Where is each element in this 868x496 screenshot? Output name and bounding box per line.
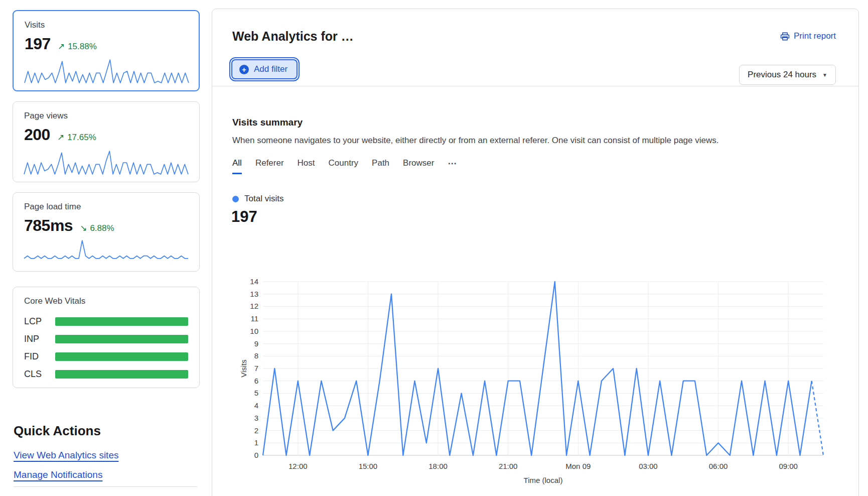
cwv-label-fid: FID bbox=[24, 351, 55, 362]
visits-card-label: Visits bbox=[25, 20, 188, 30]
svg-text:7: 7 bbox=[254, 364, 258, 373]
cwv-label-lcp: LCP bbox=[24, 316, 55, 327]
svg-text:3: 3 bbox=[254, 414, 258, 422]
plus-circle-icon: + bbox=[239, 65, 249, 74]
trend-up-icon: ↗ bbox=[57, 132, 64, 143]
svg-text:13: 13 bbox=[250, 290, 258, 298]
svg-text:4: 4 bbox=[254, 401, 258, 410]
svg-text:6: 6 bbox=[254, 377, 258, 385]
quick-actions-title: Quick Actions bbox=[14, 423, 101, 439]
legend-dot-icon bbox=[232, 196, 239, 202]
visits-sparkline bbox=[24, 57, 190, 84]
svg-text:11: 11 bbox=[250, 314, 258, 323]
trend-down-icon: ↘ bbox=[80, 223, 87, 233]
chevron-down-icon: ▼ bbox=[822, 72, 827, 78]
sidebar-divider bbox=[14, 486, 197, 487]
print-report-label: Print report bbox=[794, 31, 836, 41]
cwv-bar-lcp bbox=[55, 317, 188, 326]
chart-legend: Total visits bbox=[232, 194, 283, 204]
cwv-bar-fid bbox=[55, 352, 188, 361]
svg-text:1: 1 bbox=[254, 438, 258, 447]
trend-up-icon: ↗ bbox=[58, 41, 65, 52]
visits-delta: ↗ 15.88% bbox=[58, 41, 97, 52]
svg-text:12:00: 12:00 bbox=[288, 462, 308, 470]
cwv-label-cls: CLS bbox=[24, 369, 55, 380]
loadtime-sparkline bbox=[23, 238, 189, 265]
cwv-row-inp: INP bbox=[24, 334, 188, 344]
dimension-tabs: All Referer Host Country Path Browser ⋯ bbox=[232, 158, 457, 174]
pageviews-delta-value: 17.65% bbox=[67, 133, 96, 143]
tab-browser[interactable]: Browser bbox=[403, 158, 434, 174]
visits-delta-value: 15.88% bbox=[68, 42, 97, 52]
tab-referer[interactable]: Referer bbox=[255, 158, 284, 174]
loadtime-metric-card[interactable]: Page load time 785ms ↘ 6.88% bbox=[13, 192, 200, 272]
svg-text:5: 5 bbox=[254, 389, 258, 397]
tab-country[interactable]: Country bbox=[329, 158, 359, 174]
pageviews-value: 200 bbox=[24, 126, 50, 144]
svg-text:Mon 09: Mon 09 bbox=[565, 462, 591, 470]
legend-label: Total visits bbox=[244, 194, 283, 204]
pageviews-sparkline bbox=[23, 149, 189, 176]
svg-text:14: 14 bbox=[250, 278, 258, 286]
svg-text:8: 8 bbox=[254, 351, 258, 360]
print-report-button[interactable]: Print report bbox=[780, 31, 836, 41]
pageviews-delta: ↗ 17.65% bbox=[57, 132, 96, 143]
svg-text:06:00: 06:00 bbox=[709, 462, 728, 470]
svg-text:Visits: Visits bbox=[240, 359, 248, 378]
cwv-row-cls: CLS bbox=[24, 369, 188, 380]
cwv-label-inp: INP bbox=[24, 334, 55, 344]
svg-text:0: 0 bbox=[254, 451, 258, 459]
visits-value: 197 bbox=[25, 35, 51, 53]
cwv-row-fid: FID bbox=[24, 351, 188, 362]
core-web-vitals-card[interactable]: Core Web Vitals LCP INP FID CLS bbox=[13, 287, 200, 388]
svg-text:21:00: 21:00 bbox=[499, 462, 518, 470]
svg-text:2: 2 bbox=[254, 426, 258, 435]
loadtime-delta-value: 6.88% bbox=[90, 223, 114, 233]
visits-summary-title: Visits summary bbox=[232, 117, 303, 128]
tab-host[interactable]: Host bbox=[298, 158, 315, 174]
web-analytics-panel: Web Analytics for … Print report + Add f… bbox=[212, 9, 859, 496]
svg-text:10: 10 bbox=[250, 327, 258, 335]
total-visits-value: 197 bbox=[231, 208, 257, 226]
printer-icon bbox=[780, 32, 790, 41]
cwv-row-lcp: LCP bbox=[24, 316, 188, 327]
cwv-bar-cls bbox=[55, 370, 188, 379]
loadtime-delta: ↘ 6.88% bbox=[80, 223, 114, 233]
time-range-label: Previous 24 hours bbox=[748, 70, 816, 80]
visits-summary-description: When someone navigates to your website, … bbox=[232, 136, 718, 146]
svg-text:9: 9 bbox=[254, 339, 258, 348]
visits-line-chart: 0123456789101112131412:0015:0018:0021:00… bbox=[240, 278, 832, 488]
add-filter-button[interactable]: + Add filter bbox=[231, 59, 298, 79]
svg-text:15:00: 15:00 bbox=[359, 462, 378, 470]
svg-text:09:00: 09:00 bbox=[779, 462, 798, 470]
tab-path[interactable]: Path bbox=[372, 158, 389, 174]
loadtime-value: 785ms bbox=[24, 216, 73, 235]
svg-text:18:00: 18:00 bbox=[428, 462, 448, 470]
header-divider bbox=[212, 86, 858, 86]
more-tabs-ellipsis-icon[interactable]: ⋯ bbox=[448, 158, 457, 174]
core-web-vitals-title: Core Web Vitals bbox=[24, 296, 188, 306]
view-web-analytics-sites-link[interactable]: View Web Analytics sites bbox=[14, 450, 118, 461]
svg-text:12: 12 bbox=[250, 302, 258, 310]
time-range-dropdown[interactable]: Previous 24 hours ▼ bbox=[739, 65, 836, 85]
svg-text:Time (local): Time (local) bbox=[524, 476, 563, 484]
pageviews-metric-card[interactable]: Page views 200 ↗ 17.65% bbox=[13, 101, 200, 182]
add-filter-label: Add filter bbox=[254, 64, 287, 74]
pageviews-card-label: Page views bbox=[24, 111, 188, 121]
tab-all[interactable]: All bbox=[232, 158, 242, 174]
cwv-bar-inp bbox=[55, 335, 188, 343]
visits-metric-card[interactable]: Visits 197 ↗ 15.88% bbox=[13, 10, 200, 91]
svg-text:03:00: 03:00 bbox=[639, 462, 658, 470]
manage-notifications-link[interactable]: Manage Notifications bbox=[14, 469, 102, 480]
page-title: Web Analytics for … bbox=[232, 29, 354, 44]
loadtime-card-label: Page load time bbox=[24, 202, 188, 212]
